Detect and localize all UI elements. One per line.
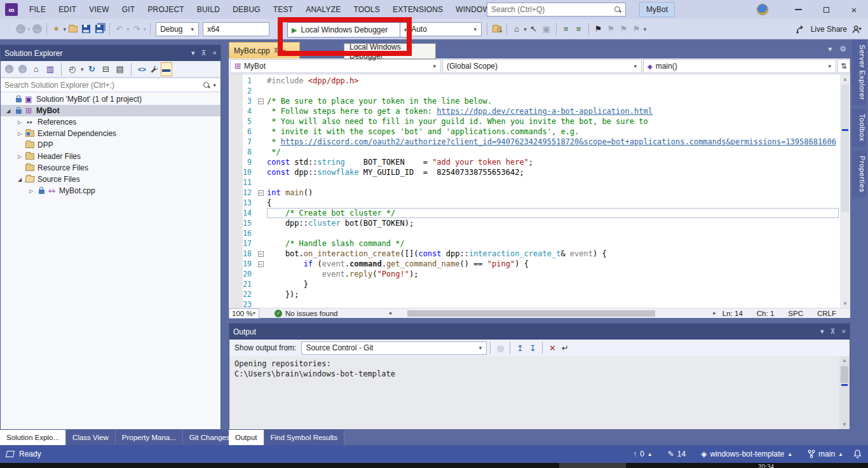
- fold-collapse-icon[interactable]: –: [254, 99, 267, 104]
- space-indicator[interactable]: SPC: [788, 310, 803, 317]
- tree-item-references[interactable]: ▷■■References: [1, 116, 220, 128]
- code-line-14[interactable]: 14 /* Create bot cluster */: [229, 208, 839, 218]
- expander-icon[interactable]: ◢: [3, 108, 13, 114]
- code-line-20[interactable]: 20 event.reply("Pong!");: [229, 269, 839, 279]
- se-home-icon[interactable]: ⌂: [31, 62, 42, 76]
- menu-edit[interactable]: EDIT: [52, 0, 83, 19]
- pending-changes-filter-icon[interactable]: ◴: [67, 62, 78, 76]
- tree-item-mybot[interactable]: ◢⊞MyBot: [1, 105, 220, 116]
- switch-views-icon[interactable]: ▥: [44, 62, 56, 76]
- hscroll-thumb[interactable]: [407, 310, 655, 317]
- new-project-icon[interactable]: ✶: [51, 22, 62, 36]
- navigate-back-icon[interactable]: ←: [16, 24, 25, 34]
- menu-project[interactable]: PROJECT: [141, 0, 190, 19]
- next-bookmark-icon[interactable]: ⚑: [618, 22, 630, 36]
- tree-item-source-files[interactable]: ◢Source Files: [1, 174, 220, 185]
- new-project-caret[interactable]: ▾: [64, 26, 67, 32]
- se-search-caret[interactable]: ▾: [213, 82, 216, 88]
- code-line-11[interactable]: 11: [229, 177, 839, 188]
- output-titlebar[interactable]: Output ▾ ⊼ ×: [229, 324, 850, 340]
- code-line-9[interactable]: 9const std::string BOT_TOKEN = "add your…: [229, 157, 839, 167]
- hscroll-left-icon[interactable]: ◂: [388, 310, 391, 316]
- save-all-icon[interactable]: [95, 25, 104, 33]
- menu-extensions[interactable]: EXTENSIONS: [386, 0, 449, 19]
- editor-horizontal-scrollbar[interactable]: ◂ ▸: [388, 308, 715, 319]
- code-line-19[interactable]: 19– if (event.command.get_command_name()…: [229, 259, 839, 269]
- expander-icon[interactable]: ▷: [15, 131, 25, 137]
- fold-collapse-icon[interactable]: –: [254, 190, 267, 196]
- solution-platforms-dropdown[interactable]: x64: [203, 22, 269, 36]
- output-scroll-thumb[interactable]: [841, 366, 848, 383]
- expander-icon[interactable]: ▷: [15, 154, 25, 160]
- background-tasks-icon[interactable]: [6, 451, 15, 457]
- preview-selected-items-toggle[interactable]: ▬: [161, 62, 172, 76]
- solution-explorer-titlebar[interactable]: Solution Explorer ▾ ⊼ ×: [1, 45, 220, 61]
- account-button[interactable]: MyBot: [639, 2, 675, 17]
- filter-caret[interactable]: ▾: [81, 66, 84, 72]
- undo-icon[interactable]: ↶: [114, 22, 125, 36]
- word-wrap-icon[interactable]: ↵: [559, 341, 571, 355]
- feedback-icon[interactable]: [852, 25, 862, 34]
- live-share-label[interactable]: Live Share: [811, 25, 847, 34]
- panel-tab-solution-explo[interactable]: Solution Explo...: [0, 430, 66, 445]
- avatar[interactable]: [757, 4, 768, 15]
- se-forward-icon[interactable]: →: [18, 65, 27, 74]
- nav-scope-dropdown[interactable]: (Global Scope) ▾: [442, 59, 642, 73]
- side-tab-server-explorer[interactable]: Server Explorer: [852, 39, 866, 105]
- find-in-files-icon[interactable]: [492, 26, 501, 32]
- hscroll-right-icon[interactable]: ▸: [713, 310, 716, 316]
- menu-build[interactable]: BUILD: [191, 0, 226, 19]
- code-line-8[interactable]: 8 */: [229, 147, 839, 157]
- pin-icon[interactable]: ⊼: [201, 49, 207, 57]
- tree-item-external-dependencies[interactable]: ▷External Dependencies: [1, 128, 220, 139]
- menu-tools[interactable]: TOOLS: [347, 0, 386, 19]
- solution-configurations-dropdown[interactable]: Debug ▾: [156, 22, 199, 36]
- notifications-bell-icon[interactable]: [853, 450, 862, 459]
- navigate-forward-icon[interactable]: →: [32, 24, 42, 34]
- pending-edits-button[interactable]: ✎ 14: [663, 450, 691, 458]
- find-message-icon[interactable]: ◎: [494, 341, 506, 355]
- branch-button[interactable]: main ▲: [803, 450, 848, 458]
- panel-tab-property-mana[interactable]: Property Mana...: [116, 430, 183, 445]
- taskbar-button[interactable]: [559, 463, 626, 468]
- menu-test[interactable]: TEST: [267, 0, 299, 19]
- side-tab-toolbox[interactable]: Toolbox: [852, 109, 866, 146]
- code-line-1[interactable]: 1#include <dpp/dpp.h>: [229, 76, 839, 86]
- fold-collapse-icon[interactable]: –: [254, 261, 267, 267]
- decrease-indent-icon[interactable]: ≡: [560, 22, 572, 36]
- tree-item-mybot-cpp[interactable]: ▷++MyBot.cpp: [1, 185, 220, 196]
- toolbar-grip[interactable]: ⋮: [3, 22, 14, 36]
- show-all-files-icon[interactable]: ▤: [114, 62, 126, 76]
- restore-button[interactable]: [812, 0, 840, 19]
- output-menu-caret-icon[interactable]: ▾: [820, 327, 824, 336]
- code-line-2[interactable]: 2: [229, 86, 839, 96]
- output-source-dropdown[interactable]: Source Control - Git ▾: [301, 341, 487, 355]
- code-line-10[interactable]: 10const dpp::snowflake MY_GUILD_ID = 825…: [229, 167, 839, 177]
- live-share-icon[interactable]: [796, 25, 806, 34]
- output-content[interactable]: Opening repositories:C:\Users\brain\wind…: [229, 356, 850, 429]
- tree-item-solution-mybot-1-of-1-project[interactable]: ▣Solution 'MyBot' (1 of 1 project): [1, 93, 220, 105]
- code-line-18[interactable]: 18– bot.on_interaction_create([](const d…: [229, 249, 839, 259]
- output-scroll-down-icon[interactable]: ▼: [839, 420, 850, 429]
- save-icon[interactable]: [82, 25, 90, 33]
- eol-indicator[interactable]: CRLF: [817, 310, 836, 317]
- editor-vertical-scrollbar[interactable]: ▲ ▼: [840, 74, 850, 308]
- solution-explorer-search[interactable]: Search Solution Explorer (Ctrl+;) ▾: [1, 78, 220, 92]
- output-scrollbar[interactable]: ▲ ▼: [839, 356, 850, 429]
- collapse-all-icon[interactable]: ⊟: [100, 62, 112, 76]
- code-line-22[interactable]: 22 });: [229, 289, 839, 299]
- expander-icon[interactable]: ▷: [15, 120, 25, 125]
- code-line-12[interactable]: 12–int main(): [229, 188, 839, 198]
- code-line-21[interactable]: 21 }: [229, 279, 839, 289]
- copy-icon[interactable]: ▣: [541, 22, 552, 36]
- code-line-7[interactable]: 7 * https://discord.com/oauth2/authorize…: [229, 137, 839, 147]
- code-line-6[interactable]: 6 * invite it with the scopes 'bot' and …: [229, 127, 839, 137]
- clear-all-icon[interactable]: ✕: [546, 341, 558, 355]
- refresh-icon[interactable]: ↻: [86, 62, 98, 76]
- expander-icon[interactable]: ▷: [26, 188, 36, 194]
- nav-project-dropdown[interactable]: ⊞ MyBot ▾: [230, 59, 441, 73]
- open-file-icon[interactable]: [69, 26, 78, 32]
- properties-wrench-icon[interactable]: [150, 65, 159, 74]
- code-line-16[interactable]: 16: [229, 228, 839, 238]
- side-tab-properties[interactable]: Properties: [852, 151, 866, 197]
